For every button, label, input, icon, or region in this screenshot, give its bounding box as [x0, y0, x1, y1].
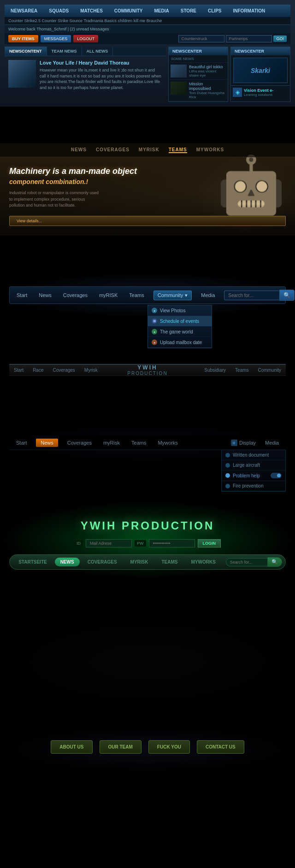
s4-nav-right: Subsidiary: [204, 368, 226, 373]
s3-nav-media[interactable]: Media: [199, 291, 217, 299]
dropdown-item-label-1: View Photos: [160, 308, 185, 313]
s6-nav-teams[interactable]: TEAMS: [156, 558, 183, 566]
nav-store[interactable]: STORE: [178, 7, 199, 15]
display-item-problem[interactable]: Problem help: [222, 470, 285, 481]
s2-nav-coverages[interactable]: COVERAGES: [96, 147, 130, 153]
nav-clips[interactable]: CLIPS: [206, 7, 224, 15]
vision-name: Vision Event e-: [244, 88, 273, 93]
s3-nav-news[interactable]: News: [36, 291, 54, 299]
nav-3-search-button[interactable]: 🔍: [279, 290, 295, 301]
s3-nav-myrisk[interactable]: myRISK: [97, 291, 120, 299]
tab-teamnews[interactable]: TEAM NEWS: [47, 47, 82, 56]
news-title-2: Mission impossibied: [189, 82, 226, 91]
search-bar: GO!: [178, 35, 287, 42]
news-text-1: Beautiful girl tokko Lilfra was violent …: [189, 65, 226, 77]
s4-nav-community[interactable]: Community: [258, 368, 281, 373]
fuck-you-button[interactable]: FUCK YOU: [148, 740, 190, 754]
about-us-button[interactable]: ABOUT US: [51, 740, 92, 754]
partner-search-input[interactable]: [226, 35, 272, 42]
article-title: Love Your Life / Heary David Thoreau: [40, 60, 162, 65]
news-item-2[interactable]: Mission impossibied Tom Dubai Huangsha R…: [169, 80, 228, 101]
s2-nav-teams[interactable]: TEAMS: [169, 147, 187, 153]
forum-search-input[interactable]: [178, 35, 224, 42]
display-item-aircraft[interactable]: Large aircraft: [222, 460, 285, 470]
main-news-column: NEWSCONTENT TEAM NEWS ALL NEWS Love Your…: [5, 47, 166, 102]
s5-nav-coverages[interactable]: Coverages: [65, 439, 94, 447]
upload-icon: ●: [152, 339, 157, 345]
welcome-message: Welcome back Thomas_Schmif | (2) unread …: [5, 25, 290, 33]
machinery-content: Machinery is a man-made object component…: [0, 157, 295, 235]
sponsor-logo-1: Skarki: [233, 58, 288, 83]
s6-nav-news[interactable]: NEWS: [55, 558, 80, 566]
s3-nav-coverages[interactable]: Coverages: [61, 291, 90, 299]
s4-nav-subsidiary[interactable]: Subsidiary: [204, 368, 226, 373]
ywih-search: 🔍: [226, 557, 282, 567]
nav-community[interactable]: COMMUNITY: [112, 7, 145, 15]
dropdown-schedule-events[interactable]: ▦ Schedule of events: [148, 316, 212, 327]
s5-nav-myworks[interactable]: Myworks: [155, 439, 180, 447]
dropdown-view-photos[interactable]: ● View Photos: [148, 305, 212, 316]
s6-nav-coverages[interactable]: COVERAGES: [82, 558, 123, 566]
written-doc-icon: [225, 453, 230, 458]
ywih-search-button[interactable]: 🔍: [267, 557, 282, 567]
display-item-written[interactable]: Written document: [222, 450, 285, 460]
nav-media[interactable]: MEDIA: [152, 7, 171, 15]
s6-nav-myrisk[interactable]: MYRISK: [125, 558, 154, 566]
s5-nav-media[interactable]: Media: [263, 439, 281, 447]
s4-nav-coverages[interactable]: Coverages: [53, 368, 75, 373]
s3-nav-teams[interactable]: Teams: [127, 291, 146, 299]
contact-us-button[interactable]: CONTACT US: [197, 740, 244, 754]
password-input[interactable]: [149, 539, 195, 547]
s5-nav-teams[interactable]: Teams: [129, 439, 148, 447]
problem-toggle[interactable]: [271, 473, 282, 478]
article-text: However mean your life is,meet it and li…: [40, 67, 162, 90]
mail-input[interactable]: [86, 539, 132, 547]
s2-nav-myrisk[interactable]: MYRISK: [139, 147, 159, 153]
nav-squads[interactable]: SQUADS: [47, 7, 71, 15]
ywih-production-title: YWIH PRODUCTION: [9, 519, 286, 532]
login-button[interactable]: LOGIN: [198, 539, 221, 547]
s4-nav-start[interactable]: Start: [14, 368, 24, 373]
s2-nav-news[interactable]: NEWS: [71, 147, 87, 153]
nav-matches[interactable]: MATCHES: [78, 7, 105, 15]
s3-nav-start[interactable]: Start: [14, 291, 30, 299]
logout-button[interactable]: LOGOUT: [73, 35, 98, 42]
tab-newscontent[interactable]: NEWSCONTENT: [5, 47, 47, 56]
nav-3-search-input[interactable]: [224, 291, 279, 300]
display-item-fire[interactable]: Fire prevention: [222, 481, 285, 491]
ywih-dark-nav: Start Race Coverages Myrisk YWIH PRODUCT…: [9, 364, 286, 376]
some-news-label: SOME NEWS: [169, 55, 228, 63]
ywih-search-input[interactable]: [226, 558, 267, 566]
s4-nav-teams[interactable]: Teams: [235, 368, 248, 373]
section-bottom-buttons: ABOUT US OUR TEAM FUCK YOU CONTACT US: [0, 726, 295, 772]
fire-icon: [225, 484, 230, 488]
news-tabs: NEWSCONTENT TEAM NEWS ALL NEWS: [5, 47, 166, 56]
news-item-1[interactable]: Beautiful girl tokko Lilfra was violent …: [169, 63, 228, 80]
view-details-button[interactable]: View details...: [9, 216, 286, 226]
ywih-logo: YWIH PRODUCTION: [127, 364, 167, 376]
s6-nav-startseite[interactable]: STARTSEITE: [13, 558, 52, 566]
s5-nav-myrisk[interactable]: myRisk: [101, 439, 122, 447]
nav-newsarea[interactable]: NEWSAREA: [8, 7, 40, 15]
dropdown-game-world[interactable]: ● The game world: [148, 327, 212, 337]
display-dropdown-button[interactable]: ⊞ Display: [231, 440, 256, 446]
dropdown-upload-mailbox[interactable]: ● Upload mailbox date: [148, 337, 212, 348]
dropdown-item-label-2: Schedule of events: [160, 319, 199, 324]
section-nav-dropdown: Start News Coverages myRISK Teams Commun…: [0, 273, 295, 318]
search-go-button[interactable]: GO!: [273, 36, 287, 42]
s4-nav-myrisk[interactable]: Myrisk: [84, 368, 98, 373]
s6-nav-myworks[interactable]: MYWORKS: [185, 558, 221, 566]
calendar-icon: ▦: [152, 318, 157, 324]
s4-nav-race[interactable]: Race: [33, 368, 43, 373]
s5-nav-news[interactable]: News: [36, 439, 58, 447]
s2-nav-myworks[interactable]: MYWORKS: [196, 147, 224, 153]
nav-information[interactable]: INFORMATION: [230, 7, 267, 15]
featured-article: Love Your Life / Heary David Thoreau How…: [5, 56, 166, 94]
messages-button[interactable]: MESSAGES: [41, 35, 71, 42]
tab-allnews[interactable]: ALL NEWS: [82, 47, 113, 56]
dropdown-item-label-4: Upload mailbox date: [160, 340, 202, 345]
s5-nav-start[interactable]: Start: [14, 439, 29, 447]
community-dropdown-button[interactable]: Community ▾: [153, 291, 192, 300]
our-team-button[interactable]: OUR TEAM: [100, 740, 142, 754]
buy-items-button[interactable]: BUY ITEMS: [8, 35, 38, 42]
